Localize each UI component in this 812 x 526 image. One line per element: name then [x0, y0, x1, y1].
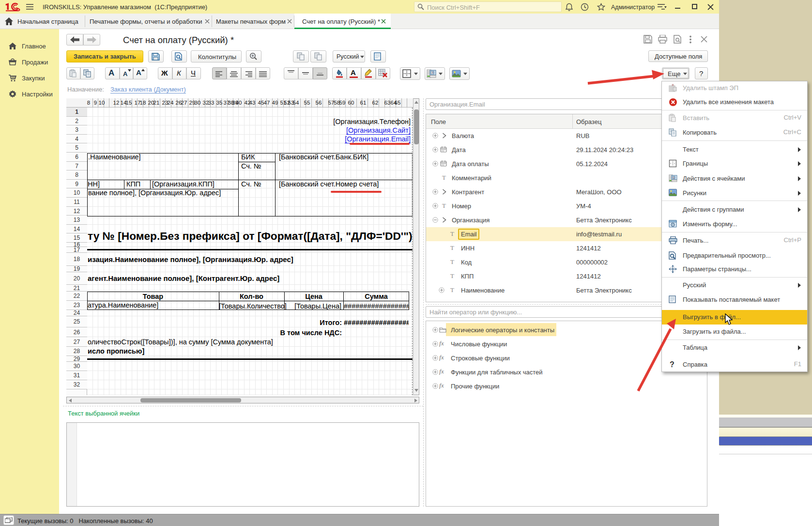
svg-text:R: R — [673, 176, 675, 179]
svg-text:R: R — [432, 71, 434, 74]
